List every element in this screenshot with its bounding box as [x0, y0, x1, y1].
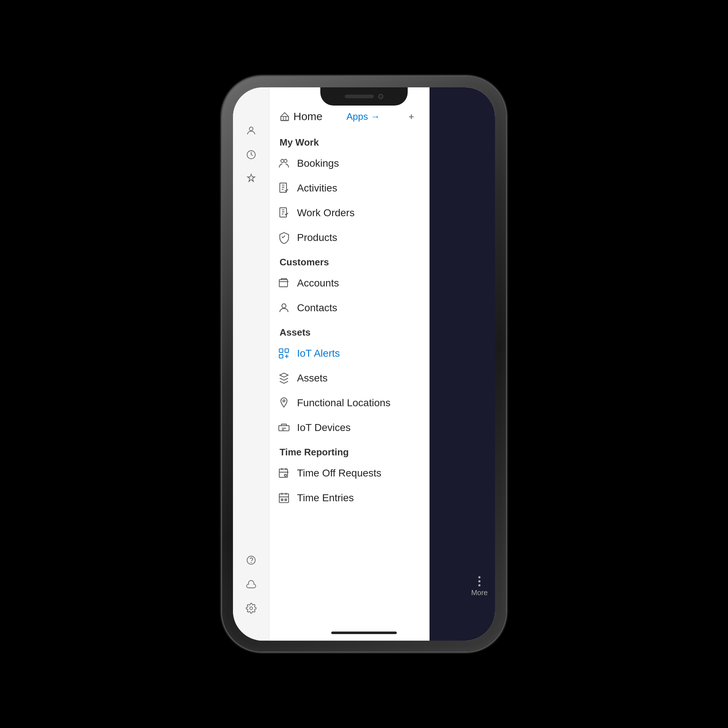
time-off-requests-label: Time Off Requests	[297, 467, 381, 479]
nav-item-activities[interactable]: Activities	[269, 176, 430, 200]
nav-item-time-entries[interactable]: Time Entries	[269, 486, 430, 510]
svg-rect-14	[279, 355, 283, 358]
apps-link[interactable]: Apps →	[347, 111, 380, 122]
contacts-label: Contacts	[297, 302, 337, 314]
svg-point-4	[250, 607, 252, 610]
nav-item-time-off-requests[interactable]: Time Off Requests	[269, 461, 430, 486]
svg-rect-9	[280, 208, 286, 217]
more-label[interactable]: More	[471, 589, 488, 597]
speaker	[345, 95, 374, 98]
front-camera	[378, 94, 383, 99]
bookings-label: Bookings	[297, 158, 339, 169]
svg-rect-5	[281, 116, 289, 121]
assets-icon	[277, 372, 291, 385]
dots-group	[478, 576, 480, 586]
home-icon	[280, 112, 290, 122]
cloud-icon[interactable]	[241, 574, 262, 595]
section-time-reporting: Time Reporting	[269, 440, 430, 461]
phone-device: Home Apps → + My Work	[222, 76, 506, 652]
nav-item-work-orders[interactable]: Work Orders	[269, 200, 430, 225]
add-button[interactable]: +	[404, 109, 419, 124]
nav-item-iot-devices[interactable]: IoT Devices	[269, 415, 430, 440]
products-icon	[277, 231, 291, 244]
dot	[478, 580, 480, 583]
nav-item-assets[interactable]: Assets	[269, 366, 430, 391]
help-icon[interactable]	[241, 550, 262, 571]
notch	[320, 87, 408, 106]
clock-icon[interactable]	[241, 144, 262, 165]
svg-rect-13	[285, 349, 289, 352]
phone-screen: Home Apps → + My Work	[233, 87, 495, 641]
home-indicator	[331, 632, 397, 634]
time-entries-icon	[277, 491, 291, 505]
dot	[478, 576, 480, 578]
functional-locations-label: Functional Locations	[297, 397, 391, 409]
contacts-icon	[277, 301, 291, 315]
accounts-label: Accounts	[297, 277, 339, 289]
nav-item-contacts[interactable]: Contacts	[269, 295, 430, 320]
right-panel: More	[430, 87, 495, 641]
activities-icon	[277, 182, 291, 195]
iot-devices-icon	[277, 421, 291, 434]
svg-point-18	[284, 474, 286, 476]
home-label: Home	[294, 110, 323, 123]
menu-panel: Home Apps → + My Work	[269, 87, 430, 641]
svg-point-2	[247, 556, 255, 564]
section-assets: Assets	[269, 320, 430, 341]
section-my-work: My Work	[269, 130, 430, 151]
sidebar	[233, 87, 269, 641]
work-orders-label: Work Orders	[297, 207, 355, 219]
pin-icon[interactable]	[241, 168, 262, 189]
work-orders-icon	[277, 206, 291, 219]
iot-alerts-label: IoT Alerts	[297, 348, 340, 359]
profile-icon[interactable]	[241, 120, 262, 141]
settings-icon[interactable]	[241, 598, 262, 619]
nav-item-products[interactable]: Products	[269, 225, 430, 250]
svg-point-11	[282, 304, 286, 308]
dot	[478, 584, 480, 586]
svg-point-0	[249, 127, 253, 131]
accounts-icon	[277, 277, 291, 290]
time-entries-label: Time Entries	[297, 492, 354, 504]
nav-item-iot-alerts[interactable]: IoT Alerts	[269, 341, 430, 366]
assets-label: Assets	[297, 372, 327, 384]
nav-item-functional-locations[interactable]: Functional Locations	[269, 391, 430, 415]
products-label: Products	[297, 232, 337, 243]
activities-label: Activities	[297, 182, 337, 194]
section-customers: Customers	[269, 250, 430, 271]
nav-item-bookings[interactable]: Bookings	[269, 151, 430, 176]
svg-point-3	[251, 562, 251, 563]
time-off-requests-icon	[277, 466, 291, 480]
screen-content: Home Apps → + My Work	[233, 87, 495, 641]
more-section: More	[471, 576, 488, 597]
svg-rect-12	[279, 349, 283, 352]
svg-point-7	[284, 159, 287, 163]
svg-rect-19	[279, 494, 289, 503]
svg-rect-10	[279, 280, 288, 287]
home-row: Home	[280, 110, 323, 123]
functional-locations-icon	[277, 396, 291, 410]
bookings-icon	[277, 157, 291, 170]
svg-point-6	[281, 159, 284, 163]
svg-point-15	[283, 400, 285, 402]
nav-item-accounts[interactable]: Accounts	[269, 271, 430, 295]
iot-devices-label: IoT Devices	[297, 422, 350, 434]
iot-alerts-icon	[277, 347, 291, 360]
